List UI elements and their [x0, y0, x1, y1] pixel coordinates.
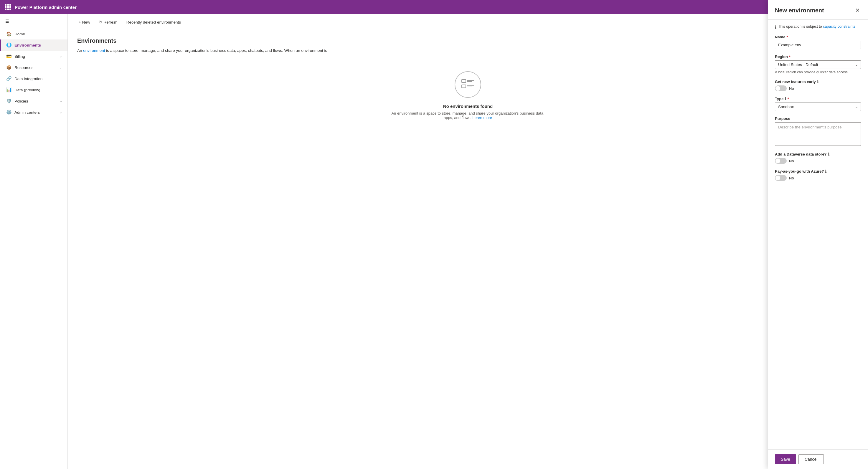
- app-grid-icon[interactable]: [5, 4, 11, 10]
- cancel-button[interactable]: Cancel: [799, 454, 824, 464]
- panel-body: ℹ This operation is subject to capacity …: [768, 20, 868, 449]
- new-label: + New: [79, 20, 90, 25]
- new-button[interactable]: + New: [75, 18, 94, 27]
- learn-more-link[interactable]: Learn more: [473, 116, 492, 120]
- sidebar-item-data-integration[interactable]: 🔗 Data integration: [0, 73, 67, 84]
- sidebar-item-billing[interactable]: 💳 Billing ⌄: [0, 51, 67, 62]
- get-features-no-label: No: [789, 86, 794, 91]
- recently-deleted-label: Recently deleted environments: [126, 20, 181, 25]
- svg-rect-3: [462, 85, 466, 88]
- paygo-no-label: No: [789, 176, 794, 180]
- name-field-group: Name *: [775, 35, 861, 49]
- type-field-group: Type ℹ * Sandbox Production Trial Develo…: [775, 97, 861, 111]
- sidebar-item-label: Environments: [14, 43, 41, 48]
- paygo-toggle-row: No: [775, 175, 861, 181]
- sidebar-item-label: Policies: [14, 99, 28, 103]
- toggle-slider: [775, 158, 787, 164]
- empty-state-icon: [455, 71, 481, 98]
- empty-state-description: An environment is a space to store, mana…: [391, 111, 544, 120]
- app-title: Power Platform admin center: [15, 5, 76, 10]
- toolbar: + New ↻ Refresh Recently deleted environ…: [68, 14, 868, 30]
- sidebar-item-label: Data (preview): [14, 88, 40, 92]
- region-hint: A local region can provide quicker data …: [775, 70, 861, 74]
- page-description: An environment is a space to store, mana…: [77, 48, 859, 54]
- type-required: *: [787, 97, 789, 101]
- dataverse-group: Add a Dataverse data store? ℹ No: [775, 152, 861, 164]
- environments-icon: 🌐: [6, 42, 11, 48]
- panel-footer: Save Cancel: [768, 449, 868, 469]
- paygo-group: Pay-as-you-go with Azure? ℹ No: [775, 169, 861, 181]
- name-label: Name *: [775, 35, 861, 39]
- resources-icon: 📦: [6, 65, 11, 70]
- sidebar: ☰ 🏠 Home 🌐 Environments 💳 Billing ⌄ 📦 Re…: [0, 14, 68, 469]
- name-input[interactable]: [775, 41, 861, 49]
- chevron-down-icon: ⌄: [60, 66, 62, 69]
- type-select-wrapper: Sandbox Production Trial Developer ⌄: [775, 102, 861, 111]
- get-features-group: Get new features early ℹ No: [775, 80, 861, 91]
- sidebar-item-admin-centers[interactable]: ⚙️ Admin centers ⌄: [0, 107, 67, 118]
- type-info-icon: ℹ: [785, 97, 786, 101]
- empty-state-title: No environments found: [443, 104, 493, 109]
- region-field-group: Region * United States - Default Europe …: [775, 55, 861, 74]
- type-select[interactable]: Sandbox Production Trial Developer: [775, 102, 861, 111]
- purpose-field-group: Purpose: [775, 116, 861, 147]
- get-features-label: Get new features early ℹ: [775, 80, 861, 84]
- sidebar-item-policies[interactable]: 🛡️ Policies ⌄: [0, 95, 67, 107]
- paygo-toggle[interactable]: [775, 175, 787, 181]
- admin-centers-icon: ⚙️: [6, 110, 11, 115]
- region-select-wrapper: United States - Default Europe Asia Paci…: [775, 60, 861, 69]
- purpose-label: Purpose: [775, 116, 861, 121]
- dataverse-info-icon: ℹ: [828, 152, 829, 156]
- name-required: *: [786, 35, 788, 39]
- data-preview-icon: 📊: [6, 87, 11, 93]
- environment-link[interactable]: environment: [83, 48, 105, 53]
- chevron-down-icon: ⌄: [60, 55, 62, 58]
- new-environment-panel: New environment ✕ ℹ This operation is su…: [768, 14, 868, 469]
- paygo-info-icon: ℹ: [825, 169, 827, 174]
- sidebar-item-label: Admin centers: [14, 110, 40, 115]
- recently-deleted-button[interactable]: Recently deleted environments: [123, 18, 185, 27]
- chevron-down-icon: ⌄: [60, 99, 62, 103]
- get-features-toggle[interactable]: [775, 86, 787, 91]
- policies-icon: 🛡️: [6, 98, 11, 104]
- chevron-down-icon: ⌄: [60, 111, 62, 114]
- panel-header: New environment ✕: [768, 14, 868, 20]
- toggle-slider: [775, 175, 787, 181]
- region-label: Region *: [775, 55, 861, 59]
- sidebar-toggle[interactable]: ☰: [0, 14, 67, 28]
- sidebar-item-label: Billing: [14, 54, 25, 59]
- dataverse-label: Add a Dataverse data store? ℹ: [775, 152, 861, 156]
- empty-state: No environments found An environment is …: [77, 54, 859, 137]
- sidebar-item-home[interactable]: 🏠 Home: [0, 28, 67, 39]
- toggle-slider: [775, 86, 787, 91]
- sidebar-item-resources[interactable]: 📦 Resources ⌄: [0, 62, 67, 73]
- panel-close-button[interactable]: ✕: [854, 14, 861, 15]
- sidebar-nav: 🏠 Home 🌐 Environments 💳 Billing ⌄ 📦 Reso…: [0, 28, 67, 118]
- type-label: Type ℹ *: [775, 97, 861, 101]
- get-features-toggle-row: No: [775, 86, 861, 91]
- sidebar-item-environments[interactable]: 🌐 Environments: [0, 39, 67, 51]
- sidebar-item-label: Data integration: [14, 76, 42, 81]
- dataverse-no-label: No: [789, 159, 794, 163]
- refresh-button[interactable]: ↻ Refresh: [95, 18, 121, 27]
- svg-rect-0: [462, 80, 466, 83]
- content-area: + New ↻ Refresh Recently deleted environ…: [68, 14, 868, 469]
- dataverse-toggle[interactable]: [775, 158, 787, 164]
- save-button[interactable]: Save: [775, 454, 796, 464]
- panel-info-bar: ℹ This operation is subject to capacity …: [775, 25, 861, 29]
- page-title: Environments: [77, 37, 859, 44]
- get-features-info-icon: ℹ: [817, 80, 818, 84]
- sidebar-item-label: Resources: [14, 65, 34, 70]
- region-required: *: [789, 55, 790, 59]
- purpose-textarea[interactable]: [775, 122, 861, 146]
- sidebar-item-label: Home: [14, 32, 25, 36]
- paygo-label: Pay-as-you-go with Azure? ℹ: [775, 169, 861, 174]
- list-icon: [461, 77, 475, 92]
- sidebar-item-data-preview[interactable]: 📊 Data (preview): [0, 84, 67, 95]
- page-content: Environments An environment is a space t…: [68, 30, 868, 469]
- info-circle-icon: ℹ: [775, 25, 776, 29]
- data-integration-icon: 🔗: [6, 76, 11, 81]
- region-select[interactable]: United States - Default Europe Asia Paci…: [775, 60, 861, 69]
- home-icon: 🏠: [6, 31, 11, 36]
- capacity-constraints-link[interactable]: capacity constraints: [823, 25, 855, 29]
